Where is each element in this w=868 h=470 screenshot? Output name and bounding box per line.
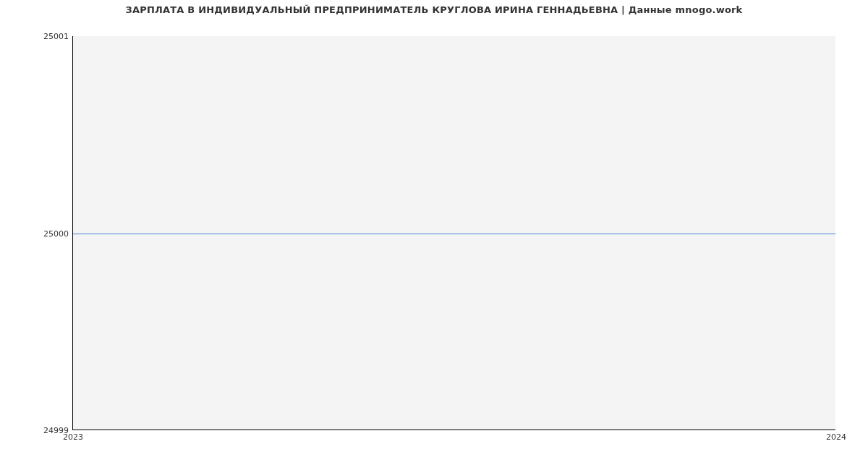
- chart-stage: ЗАРПЛАТА В ИНДИВИДУАЛЬНЫЙ ПРЕДПРИНИМАТЕЛ…: [0, 0, 868, 470]
- chart-title: ЗАРПЛАТА В ИНДИВИДУАЛЬНЫЙ ПРЕДПРИНИМАТЕЛ…: [0, 4, 868, 15]
- x-tick-label: 2023: [63, 430, 83, 442]
- y-tick-label: 25000: [43, 228, 73, 238]
- plot-area: 24999250002500120232024: [72, 36, 835, 430]
- y-tick-label: 25001: [43, 32, 73, 41]
- x-tick-label: 2024: [826, 430, 846, 442]
- series-line: [73, 234, 835, 234]
